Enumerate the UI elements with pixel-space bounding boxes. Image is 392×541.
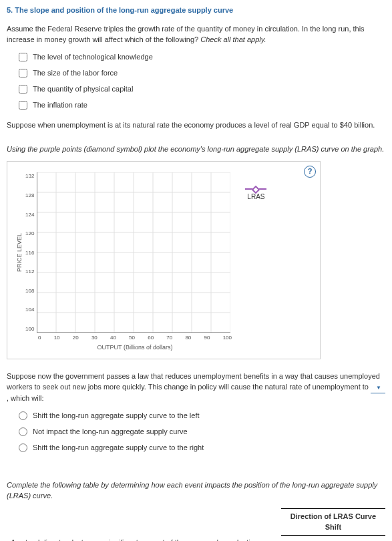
plot-grid[interactable] (37, 172, 230, 333)
xtick: 80 (185, 334, 191, 342)
q2-statement: Suppose when unemployment is at its natu… (7, 120, 385, 131)
q4-prompt-a: Suppose now the government passes a law … (7, 372, 380, 391)
table-row: A natural disaster destroys a significan… (7, 536, 385, 541)
xtick: 0 (38, 334, 41, 342)
ytick: 100 (25, 325, 34, 333)
q1-opt-4-checkbox[interactable] (19, 101, 27, 110)
q4-opt-1-label: Shift the long-run aggregate supply curv… (33, 411, 200, 421)
xtick: 70 (166, 334, 172, 342)
ytick: 104 (25, 306, 34, 314)
xtick: 100 (223, 334, 232, 342)
graph-panel: ? PRICE LEVEL 132 128 124 120 116 112 10… (7, 161, 321, 359)
ytick: 108 (25, 287, 34, 295)
xtick: 90 (204, 334, 210, 342)
x-axis-label: OUTPUT (Billions of dollars) (38, 343, 232, 352)
q4-prompt-b: , which will: (7, 394, 44, 402)
xtick: 60 (148, 334, 154, 342)
ytick: 124 (25, 211, 34, 219)
ytick: 112 (25, 268, 34, 276)
q1-options: The level of technological knowledge The… (7, 52, 385, 111)
xtick: 10 (54, 334, 60, 342)
col-direction-header: Direction of LRAS Curve Shift (281, 508, 385, 536)
q4-opt-2-radio[interactable] (19, 427, 27, 436)
diamond-icon (245, 188, 266, 190)
q4-opt-3-label: Shift the long-run aggregate supply curv… (33, 443, 204, 454)
q3-instruction: Using the purple points (diamond symbol)… (7, 144, 385, 155)
question-title: 5. The slope and position of the long-ru… (7, 5, 385, 16)
x-ticks: 0 10 20 30 40 50 60 70 80 90 100 (38, 334, 232, 342)
ytick: 116 (25, 249, 34, 257)
q4-dropdown-blank[interactable]: ▼ (371, 382, 385, 393)
q4-opt-2-label: Not impact the long-run aggregate supply… (33, 427, 188, 437)
q1-prompt: Assume the Federal Reserve triples the g… (7, 24, 385, 45)
q1-opt-1-label: The level of technological knowledge (33, 52, 153, 63)
help-icon[interactable]: ? (304, 166, 316, 178)
q5-instruction: Complete the following table by determin… (7, 480, 385, 502)
ytick: 120 (25, 230, 34, 238)
xtick: 30 (91, 334, 97, 342)
q4-opt-1-radio[interactable] (19, 411, 27, 420)
event-text: A natural disaster destroys a significan… (7, 536, 281, 541)
lras-palette-tool[interactable]: LRAS (245, 188, 266, 333)
q1-opt-3-label: The quantity of physical capital (33, 84, 133, 95)
q1-check-all: Check all that apply. (200, 35, 266, 43)
q1-opt-2-label: The size of the labor force (33, 68, 118, 79)
col-event-header (7, 508, 281, 536)
q4-opt-3-radio[interactable] (19, 443, 27, 452)
ytick: 128 (25, 192, 34, 200)
q1-opt-4-label: The inflation rate (33, 100, 87, 111)
ytick: 132 (25, 172, 34, 180)
q1-prompt-text: Assume the Federal Reserve triples the g… (7, 25, 365, 43)
legend-label: LRAS (247, 192, 264, 202)
q1-opt-3-checkbox[interactable] (19, 85, 27, 94)
xtick: 50 (129, 334, 135, 342)
chevron-down-icon: ▼ (376, 385, 381, 391)
xtick: 20 (73, 334, 79, 342)
q4-options: Shift the long-run aggregate supply curv… (7, 411, 385, 454)
y-axis-label: PRICE LEVEL (14, 172, 25, 333)
xtick: 40 (110, 334, 116, 342)
q4-prompt: Suppose now the government passes a law … (7, 371, 385, 404)
events-table: Direction of LRAS Curve Shift A natural … (7, 508, 385, 541)
q1-opt-1-checkbox[interactable] (19, 53, 27, 61)
y-ticks: 132 128 124 120 116 112 108 104 100 (25, 172, 37, 333)
q1-opt-2-checkbox[interactable] (19, 69, 27, 77)
